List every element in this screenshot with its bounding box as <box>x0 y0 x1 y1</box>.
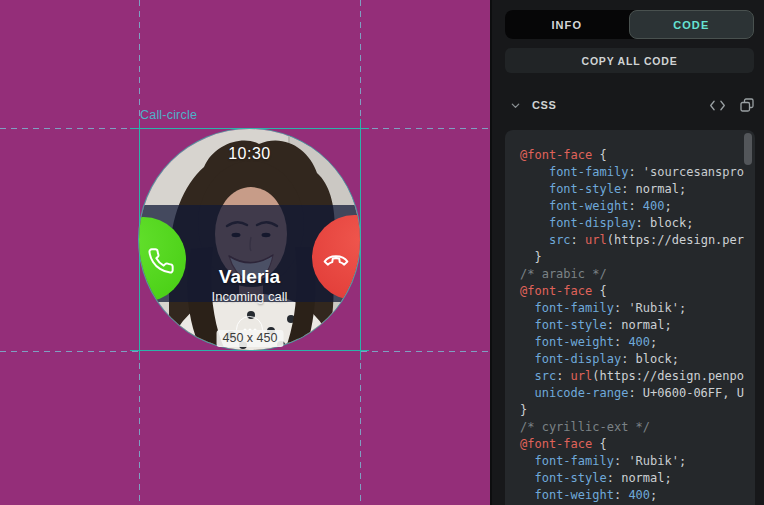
panel-tabbar: INFO CODE <box>505 10 754 39</box>
guide-line-vertical-left <box>139 352 140 505</box>
selection-handle[interactable] <box>360 350 369 351</box>
call-status-text: Incoming call <box>139 289 360 304</box>
shape-name-label[interactable]: Call-circle <box>140 108 197 122</box>
guide-line-vertical-right <box>360 352 361 505</box>
tab-code[interactable]: CODE <box>629 10 755 39</box>
call-circle-shape[interactable]: 10:30 Valeria Incoming call <box>139 129 360 350</box>
design-canvas[interactable]: Call-circle <box>0 0 490 505</box>
guide-line-vertical-left <box>139 0 140 124</box>
penpot-workspace: Call-circle <box>0 0 764 505</box>
selection-handle[interactable] <box>130 128 139 129</box>
guide-line-horizontal-top <box>361 128 490 129</box>
chevron-down-icon[interactable] <box>510 100 521 111</box>
view-code-icon[interactable] <box>709 99 726 112</box>
tab-info[interactable]: INFO <box>505 10 629 39</box>
selection-handle[interactable] <box>139 351 140 360</box>
selection-handle[interactable] <box>130 350 139 351</box>
copy-css-icon[interactable] <box>740 98 754 112</box>
copy-all-code-button[interactable]: COPY ALL CODE <box>505 48 754 73</box>
inspect-panel: INFO CODE COPY ALL CODE CSS @font-face {… <box>490 0 764 505</box>
css-section-label: CSS <box>532 99 695 111</box>
guide-line-horizontal-top <box>0 128 139 129</box>
css-section-header[interactable]: CSS <box>505 93 754 117</box>
code-content: @font-face { font-family: 'sourcesanspro… <box>520 147 741 504</box>
selection-handle[interactable] <box>360 351 361 360</box>
selection-handle[interactable] <box>360 119 361 128</box>
guide-line-horizontal-bottom <box>0 351 139 352</box>
selection-handle[interactable] <box>360 128 369 129</box>
code-scrollbar-thumb[interactable] <box>744 133 752 165</box>
guide-line-horizontal-bottom <box>361 351 490 352</box>
css-code-block[interactable]: @font-face { font-family: 'sourcesanspro… <box>505 130 755 505</box>
selection-handle[interactable] <box>139 119 140 128</box>
shape-size-badge: 450 x 450 <box>217 330 284 347</box>
guide-line-vertical-right <box>360 0 361 128</box>
caller-name-text: Valeria <box>139 266 360 288</box>
